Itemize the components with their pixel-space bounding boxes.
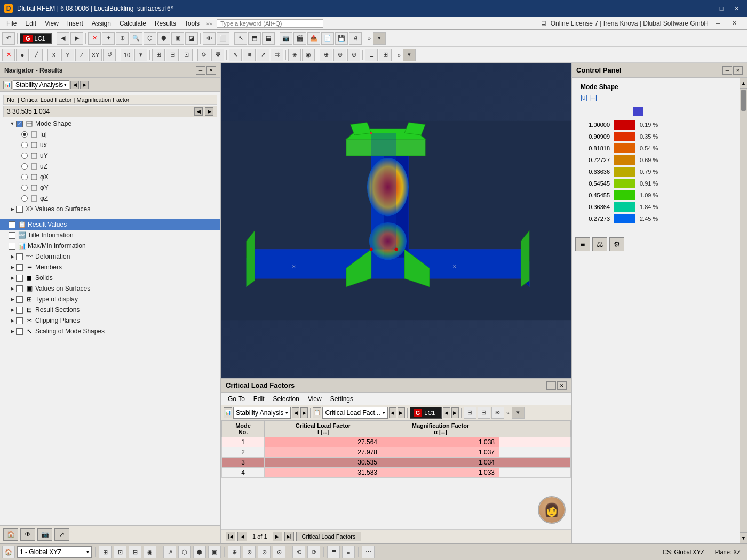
bt-arr-btn[interactable]: ▾ [512, 407, 525, 419]
td-cb[interactable] [16, 296, 23, 303]
scroll-down[interactable]: ▼ [740, 532, 747, 543]
tb2-line[interactable]: ╱ [30, 49, 43, 61]
scroll-thumb[interactable] [741, 90, 746, 111]
td-expand[interactable]: ▶ [9, 295, 16, 303]
bottom-settings[interactable]: Settings [327, 395, 356, 403]
tb2-arrow2[interactable]: ↗ [257, 49, 269, 61]
tb-doc[interactable]: 📄 [321, 32, 334, 45]
solids-item[interactable]: ▶ ◼ Solids [0, 273, 220, 283]
close-button[interactable]: ✕ [730, 3, 743, 14]
tb2-grid[interactable]: ⊡ [180, 49, 193, 61]
bt-lc-prev[interactable]: ◀ [443, 407, 450, 418]
rs-expand[interactable]: ▶ [9, 306, 16, 314]
tb2-curve[interactable]: ∿ [229, 49, 242, 61]
mode-uy-radio[interactable] [21, 153, 28, 159]
title-info-item[interactable]: 🔤 Title Information [0, 230, 220, 241]
bt-overflow[interactable]: » [505, 410, 511, 416]
status-btn2[interactable]: ⊡ [114, 546, 126, 558]
scroll-up[interactable]: ▲ [740, 78, 747, 89]
3d-viewport[interactable]: ✕ ✕ [221, 63, 571, 378]
solids-cb[interactable] [16, 275, 23, 282]
cp-expand[interactable]: ▶ [9, 317, 16, 324]
bt-sa-next[interactable]: ▶ [300, 407, 308, 418]
nav-close-btn[interactable]: ✕ [206, 66, 216, 75]
bottom-close[interactable]: ✕ [557, 381, 567, 390]
nav-arrow-btn[interactable]: ↗ [54, 528, 69, 541]
tb-prev-lc[interactable]: ◀ [57, 32, 69, 45]
status-btn15[interactable]: ≣ [327, 546, 340, 558]
nav-next-btn[interactable]: ▶ [80, 81, 89, 89]
values-checkbox[interactable] [16, 206, 23, 213]
values-on-surfaces-item[interactable]: ▶ XX Values on Surfaces [0, 204, 220, 214]
bt-lc-next[interactable]: ▶ [451, 407, 459, 418]
tb2-arrow[interactable]: ▾ [403, 49, 416, 61]
tb2-arr[interactable]: ▾ [134, 49, 147, 61]
clipping-item[interactable]: ▶ ✂ Clipping Planes [0, 315, 220, 326]
members-expand[interactable]: ▶ [9, 263, 16, 271]
mode-phiy-radio[interactable] [21, 185, 28, 191]
maxmin-item[interactable]: 📊 Max/Min Information [0, 241, 220, 251]
tb-orbit[interactable]: ⊕ [116, 32, 129, 45]
tb2-wave[interactable]: ≋ [243, 49, 256, 61]
cp-btn-balance[interactable]: ⚖ [592, 237, 607, 251]
cp-close[interactable]: ✕ [733, 66, 743, 75]
mode-uz[interactable]: uZ [0, 161, 220, 172]
tb-undo[interactable]: ↶ [2, 32, 15, 45]
tb2-obj[interactable]: ◉ [302, 49, 315, 61]
license-close[interactable]: ✕ [728, 18, 741, 29]
deformation-cb[interactable] [16, 253, 23, 260]
sc-expand[interactable]: ▶ [9, 327, 16, 335]
nav-eye-btn[interactable]: 👁 [20, 528, 35, 541]
tb-export[interactable]: 📤 [307, 32, 320, 45]
mode-ux[interactable]: ux [0, 140, 220, 150]
tb2-dir[interactable]: ⇉ [271, 49, 283, 61]
cp-btn-settings[interactable]: ⚙ [609, 237, 624, 251]
maxmin-cb[interactable] [9, 243, 15, 250]
status-btn16[interactable]: ≡ [342, 546, 355, 558]
status-btn7[interactable]: ⬢ [193, 546, 206, 558]
menu-file[interactable]: File [2, 19, 21, 28]
tb-select1[interactable]: ↖ [234, 32, 247, 45]
tb-render3[interactable]: ▣ [171, 32, 184, 45]
tb-move[interactable]: ✦ [102, 32, 115, 45]
cp-cb[interactable] [16, 317, 23, 324]
tb2-load1[interactable]: ⟳ [197, 49, 210, 61]
nav-prev-btn[interactable]: ◀ [70, 81, 79, 89]
tb-select2[interactable]: ⬒ [248, 32, 261, 45]
tb-render1[interactable]: ⬡ [144, 32, 156, 45]
bt-sa-prev[interactable]: ◀ [292, 407, 299, 418]
bt-btn2[interactable]: ⊟ [478, 407, 490, 419]
status-btn14[interactable]: ⟳ [307, 546, 320, 558]
cp-btn-table[interactable]: ≡ [575, 237, 590, 251]
tb2-size[interactable]: 10 [121, 49, 133, 61]
stability-analysis-dropdown[interactable]: Stability Analysis ▾ [13, 80, 69, 90]
tb2-snap[interactable]: ⊞ [152, 49, 165, 61]
tb-print[interactable]: 🖨 [349, 32, 362, 45]
maximize-button[interactable]: □ [715, 3, 728, 14]
stability-dropdown[interactable]: Stability Analysis ▾ [233, 407, 291, 419]
rs-cb[interactable] [16, 307, 23, 314]
menu-edit[interactable]: Edit [21, 19, 41, 28]
mode-phix[interactable]: φX [0, 172, 220, 182]
clf-dropdown[interactable]: Critical Load Fact... ▾ [322, 407, 387, 419]
status-btn3[interactable]: ⊟ [129, 546, 141, 558]
tb2-axis-xy[interactable]: XY [89, 49, 102, 61]
bt-lc-selector[interactable]: G LC1 [410, 407, 442, 419]
tb-overflow[interactable]: » [367, 35, 372, 42]
mode-shape-checkbox[interactable]: ✓ [16, 121, 23, 127]
menu-overflow[interactable]: »» [206, 20, 212, 27]
tb-save[interactable]: 💾 [335, 32, 348, 45]
tb2-analysis1[interactable]: ≣ [365, 49, 378, 61]
deformation-item[interactable]: ▶ 〰 Deformation [0, 251, 220, 262]
status-btn8[interactable]: ▣ [208, 546, 221, 558]
bt-clf-next[interactable]: ▶ [398, 407, 405, 418]
menu-assign[interactable]: Assign [88, 19, 115, 28]
tb2-mesh[interactable]: ⊟ [166, 49, 179, 61]
license-minimize[interactable]: ─ [712, 18, 725, 29]
mode-next[interactable]: ▶ [205, 107, 213, 116]
status-btn10[interactable]: ⊗ [243, 546, 256, 558]
bottom-view[interactable]: View [305, 395, 325, 403]
bottom-edit[interactable]: Edit [250, 395, 268, 403]
type-display-item[interactable]: ▶ ⊞ Type of display [0, 294, 220, 305]
mode-value-row[interactable]: 3 30.535 1.034 ◀ ▶ [3, 106, 217, 117]
